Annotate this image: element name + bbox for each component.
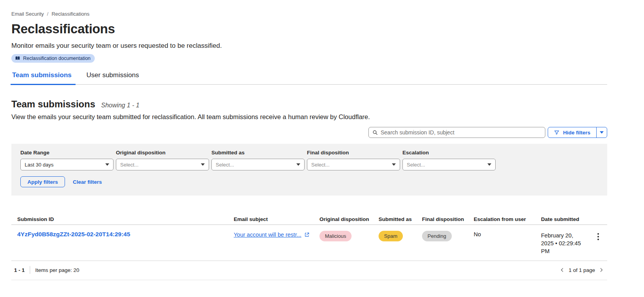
doc-pill-label: Reclassification documentation <box>23 56 90 61</box>
filter-group-date-range: Date Range Last 30 days <box>20 150 114 170</box>
chevron-down-icon <box>201 163 205 166</box>
submitted-as-select[interactable]: Select... <box>211 159 305 170</box>
previous-page-button[interactable] <box>559 267 565 273</box>
table-row: 4YzFyd0B58zgZZt-2025-02-20T14:29:45 Your… <box>11 225 607 261</box>
column-header-submission-id: Submission ID <box>11 216 234 222</box>
filter-group-escalation: Escalation Select... <box>402 150 496 170</box>
kebab-dot <box>597 233 599 235</box>
date-range-select[interactable]: Last 30 days <box>20 159 114 170</box>
page-subtitle: Monitor emails your security team or use… <box>11 42 644 50</box>
search-input[interactable] <box>381 129 541 136</box>
original-disposition-badge: Malicious <box>319 231 352 241</box>
external-link-icon[interactable] <box>304 232 310 237</box>
book-icon <box>15 56 20 61</box>
submitted-as-badge: Spam <box>379 231 403 241</box>
filter-group-submitted-as: Submitted as Select... <box>211 150 305 170</box>
filter-group-final-disposition: Final disposition Select... <box>307 150 400 170</box>
hide-filters-main[interactable]: Hide filters <box>548 127 596 138</box>
filter-label: Final disposition <box>307 150 400 156</box>
email-subject-link[interactable]: Your account will be restr... <box>234 232 301 238</box>
reclassification-documentation-link[interactable]: Reclassification documentation <box>11 54 95 63</box>
pagination-bar: 1 - 1 Items per page: 20 1 of 1 page <box>11 261 607 280</box>
column-header-final-disposition: Final disposition <box>422 216 474 222</box>
breadcrumb-reclassifications: Reclassifications <box>52 11 90 17</box>
tab-user-submissions[interactable]: User submissions <box>86 71 140 84</box>
kebab-dot <box>597 239 599 240</box>
chevron-down-icon <box>392 163 396 166</box>
hide-filters-label: Hide filters <box>563 130 590 136</box>
filter-label: Original disposition <box>116 150 209 156</box>
select-placeholder: Select... <box>216 162 234 168</box>
pagination-range: 1 - 1 <box>14 267 25 273</box>
page-title: Reclassifications <box>11 22 644 36</box>
tab-bar: Team submissions User submissions <box>11 71 607 85</box>
section-title: Team submissions <box>11 99 95 110</box>
original-disposition-select[interactable]: Select... <box>116 159 209 170</box>
chevron-down-icon <box>105 163 109 166</box>
submission-id-link[interactable]: 4YzFyd0B58zgZZt-2025-02-20T14:29:45 <box>17 231 130 237</box>
breadcrumb-separator: / <box>47 11 49 17</box>
section-description: View the emails your security team submi… <box>11 113 644 121</box>
page-status: 1 of 1 page <box>568 267 595 273</box>
chevron-down-icon <box>296 163 300 166</box>
kebab-dot <box>597 236 599 237</box>
filter-funnel-icon <box>554 130 559 135</box>
escalation-from-user-value: No <box>474 231 481 237</box>
next-page-button[interactable] <box>599 267 604 273</box>
filter-label: Escalation <box>402 150 496 156</box>
filter-label: Date Range <box>20 150 114 156</box>
column-header-escalation-from-user: Escalation from user <box>474 216 541 222</box>
final-disposition-badge: Pending <box>422 231 452 241</box>
pagination-divider <box>30 266 30 274</box>
hide-filters-button[interactable]: Hide filters <box>548 127 607 138</box>
filter-group-original-disposition: Original disposition Select... <box>116 150 209 170</box>
breadcrumb-email-security[interactable]: Email Security <box>11 11 44 17</box>
select-placeholder: Select... <box>120 162 139 168</box>
date-submitted-value: February 20, 2025 • 02:29:45 PM <box>541 232 582 255</box>
chevron-down-icon <box>600 131 604 134</box>
select-placeholder: Select... <box>311 162 330 168</box>
column-header-submitted-as: Submitted as <box>379 216 422 222</box>
filter-label: Submitted as <box>211 150 305 156</box>
column-header-original-disposition: Original disposition <box>319 216 379 222</box>
column-header-email-subject: Email subject <box>234 216 319 222</box>
clear-filters-button[interactable]: Clear filters <box>73 179 102 185</box>
reclassifications-page: Email Security / Reclassifications Recla… <box>0 0 644 280</box>
search-box <box>368 127 545 138</box>
final-disposition-select[interactable]: Select... <box>307 159 400 170</box>
select-value: Last 30 days <box>25 162 54 168</box>
table-header-row: Submission ID Email subject Original dis… <box>11 216 607 225</box>
apply-filters-button[interactable]: Apply filters <box>20 176 65 187</box>
submissions-table: Submission ID Email subject Original dis… <box>11 216 607 261</box>
column-header-date-submitted: Date submitted <box>541 216 582 222</box>
tab-team-submissions[interactable]: Team submissions <box>11 71 72 84</box>
filter-panel: Date Range Last 30 days Original disposi… <box>11 144 607 196</box>
hide-filters-dropdown-toggle[interactable] <box>596 127 607 138</box>
table-toolbar: Hide filters <box>11 127 607 138</box>
section-header: Team submissions Showing 1 - 1 <box>11 99 644 110</box>
showing-count: Showing 1 - 1 <box>101 102 139 109</box>
escalation-select[interactable]: Select... <box>402 159 496 170</box>
search-icon <box>372 130 378 135</box>
items-per-page: Items per page: 20 <box>35 267 79 273</box>
chevron-down-icon <box>487 163 491 166</box>
row-actions-menu-button[interactable] <box>595 231 601 243</box>
select-placeholder: Select... <box>407 162 425 168</box>
breadcrumb: Email Security / Reclassifications <box>11 0 644 17</box>
